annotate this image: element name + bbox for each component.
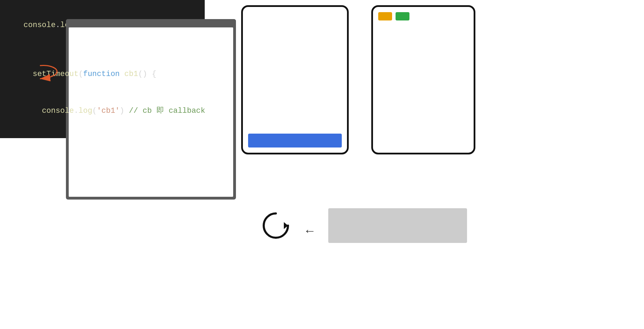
arrow-right-icon: ←	[304, 223, 316, 238]
timer-row	[378, 12, 468, 20]
set-timeout-cb1-item	[248, 134, 342, 147]
web-apis-box	[371, 5, 475, 154]
cb1-badge	[396, 12, 409, 20]
code-line-4: console.log('cb1') // cb 即 callback	[5, 92, 200, 129]
browser-console-header	[66, 19, 236, 27]
event-loop-svg	[260, 210, 291, 241]
call-stack-box	[241, 5, 349, 154]
timer-badge	[378, 12, 392, 20]
callback-queue-box	[328, 208, 467, 243]
code-arrow-svg	[36, 62, 82, 81]
call-stack-section	[236, 0, 354, 154]
bottom-content: ←	[236, 208, 467, 243]
event-loop-icon	[260, 210, 291, 241]
web-apis-section	[368, 0, 479, 154]
code-line-3: setTimeout(function cb1() {	[5, 56, 200, 93]
code-line-5: , 5000)	[5, 129, 200, 138]
code-arrow-container: setTimeout(function cb1() { console.log(…	[5, 56, 200, 138]
